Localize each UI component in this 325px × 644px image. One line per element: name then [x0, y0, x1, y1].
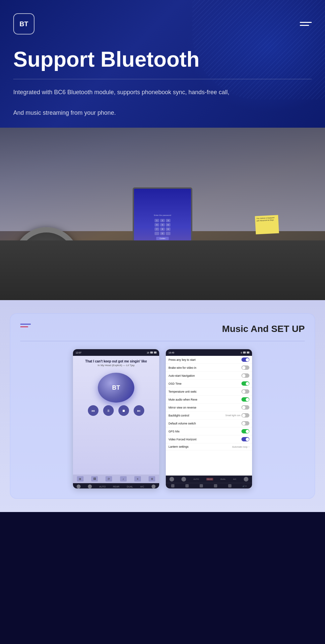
- vehicle-sticker: This Vehicle is Equipped with Advanced A…: [255, 215, 279, 234]
- music-divider: [20, 341, 305, 341]
- song-subtitle: In My Head (Explicit) — Lil Tjay: [76, 364, 156, 367]
- grid-icon[interactable]: ⊞: [77, 476, 84, 482]
- settings-nav-auto: AUTO: [193, 478, 199, 480]
- settings-nav-ac: A/C: [233, 478, 236, 480]
- settings-nav-home: [169, 477, 174, 482]
- music-icon[interactable]: ♪: [120, 476, 127, 482]
- settings-nav-dual: DUAL: [221, 478, 226, 480]
- car-control-4: [214, 484, 217, 487]
- disc-label: BT: [112, 384, 120, 391]
- settings-item-backlight: Backlight control Small light con: [166, 412, 252, 419]
- prev-button[interactable]: ⏮: [88, 405, 98, 416]
- back-icon: [154, 352, 157, 354]
- toggle-video[interactable]: [241, 437, 249, 441]
- settings-item-video: Video Forced Horizont: [166, 435, 252, 443]
- car-screen-prompt: Enter the password: [154, 214, 171, 216]
- toggle-backlight[interactable]: [241, 413, 249, 418]
- toggle-gps[interactable]: [241, 429, 249, 433]
- chevron-right-icon: ›: [248, 445, 249, 448]
- car-interior: Enter the password 1 2 3 4 5 6 7 8 9 0 C…: [0, 128, 325, 300]
- music-player-top: That I can't keep out got me singin' lik…: [73, 356, 159, 370]
- settings-item-mute: Mute audio when Reve: [166, 396, 252, 404]
- car-control-2: [185, 484, 189, 487]
- song-title: That I can't keep out got me singin' lik…: [76, 359, 156, 364]
- car-nav-rear: REAR: [113, 485, 119, 488]
- toggle-mute[interactable]: [241, 397, 249, 402]
- settings-item-volume: Default volume switch: [166, 419, 252, 427]
- nav-bar: BT: [13, 13, 312, 34]
- settings-nav-extra: [244, 477, 248, 482]
- settings-item-osd: OSD Time: [166, 380, 252, 388]
- section-menu-icon[interactable]: [20, 324, 31, 327]
- car-nav-auto: AUTO: [99, 485, 105, 488]
- settings-item-auto-nav: Auto-start Navigation: [166, 372, 252, 380]
- settings-item-brake-wire: Brake wire for video in: [166, 364, 252, 372]
- settings-inner: 16:49 8 Press any key to start: [166, 349, 252, 488]
- music-setup-section: Music And SET UP 12:07 18 That I can't k…: [0, 300, 325, 512]
- bt-logo: BT: [13, 13, 34, 34]
- settings-item-gps: GPS Mix: [166, 427, 252, 435]
- settings-nav-rear: REAR: [206, 478, 213, 481]
- settings-item-press-key: Press any key to start: [166, 356, 252, 364]
- hero-description: Integrated with BC6 Bluetooth module, su…: [13, 87, 312, 118]
- image-icon[interactable]: 🖼: [91, 476, 98, 482]
- car-nav-extra: [152, 484, 156, 488]
- settings-nav-wifi: [181, 477, 186, 482]
- clock-icon[interactable]: ⏱: [105, 476, 112, 482]
- settings-status-bar: 16:49 8: [166, 349, 252, 356]
- hero-divider: [13, 79, 312, 79]
- play-pause-button[interactable]: ⏸: [103, 405, 114, 416]
- car-nav-home: [77, 484, 81, 488]
- album-disc: BT: [98, 373, 134, 403]
- toggle-press-key[interactable]: [241, 357, 249, 362]
- music-header: Music And SET UP: [20, 324, 305, 334]
- dashboard-lower: [0, 240, 325, 300]
- settings-item-temp: Temperature unit switc: [166, 388, 252, 396]
- stop-button[interactable]: ⏹: [118, 405, 129, 416]
- settings-icon[interactable]: ⚙: [149, 476, 155, 482]
- settings-item-lantern: Lantern settings Automatic loop ›: [166, 443, 252, 450]
- music-setup-title: Music And SET UP: [222, 324, 305, 334]
- disc-container: BT: [73, 373, 159, 403]
- menu-icon[interactable]: [300, 22, 312, 26]
- car-nav-power: [88, 484, 92, 488]
- next-button[interactable]: ⏭: [134, 405, 144, 416]
- car-nav-dual: DUAL: [127, 485, 133, 488]
- toggle-auto-nav[interactable]: [241, 373, 249, 378]
- signal-icon: [247, 352, 249, 354]
- toggle-volume[interactable]: [241, 421, 249, 425]
- settings-screen: 16:49 8 Press any key to start: [166, 349, 252, 488]
- hero-title: Support Bluetooth: [13, 48, 312, 71]
- car-photo-area: Enter the password 1 2 3 4 5 6 7 8 9 0 C…: [0, 128, 325, 300]
- toggle-mirror[interactable]: [241, 405, 249, 410]
- music-player-screen: 12:07 18 That I can't keep out got me si…: [73, 349, 159, 488]
- music-status-bar: 12:07 18: [73, 349, 159, 356]
- vol-indicator-2: 🔊 8: [242, 485, 246, 487]
- music-setup-wrapper: Music And SET UP 12:07 18 That I can't k…: [10, 313, 315, 499]
- settings-list: Press any key to start Brake wire for vi…: [166, 356, 252, 476]
- car-numpad: 1 2 3 4 5 6 7 8 9 0: [155, 219, 170, 235]
- music-bottom-nav: ⊞ 🖼 ⏱ ♪ ≡ ⚙ AUTO REAR DUAL: [73, 475, 159, 488]
- hero-section: BT Support Bluetooth Integrated with BC6…: [0, 0, 325, 128]
- toggle-osd[interactable]: [241, 381, 249, 386]
- car-control-5: [228, 484, 231, 487]
- toggle-temp[interactable]: [241, 389, 249, 394]
- list-icon[interactable]: ≡: [134, 476, 141, 482]
- settings-bottom-bar: AUTO REAR DUAL A/C 🔊 8: [166, 476, 252, 488]
- music-player-inner: That I can't keep out got me singin' lik…: [73, 356, 159, 488]
- playback-controls: ⏮ ⏸ ⏹ ⏭: [73, 405, 159, 416]
- car-confirm-btn: Confirm: [156, 237, 169, 240]
- car-control-1: [171, 484, 174, 487]
- settings-item-mirror: Mirror view on reverse: [166, 404, 252, 412]
- screens-row: 12:07 18 That I can't keep out got me si…: [20, 349, 305, 488]
- car-control-3: [200, 484, 203, 487]
- car-nav-ac: A/C: [140, 485, 144, 488]
- toggle-brake-wire[interactable]: [241, 365, 249, 370]
- battery-icon-2: [243, 352, 246, 354]
- battery-icon: [150, 352, 153, 354]
